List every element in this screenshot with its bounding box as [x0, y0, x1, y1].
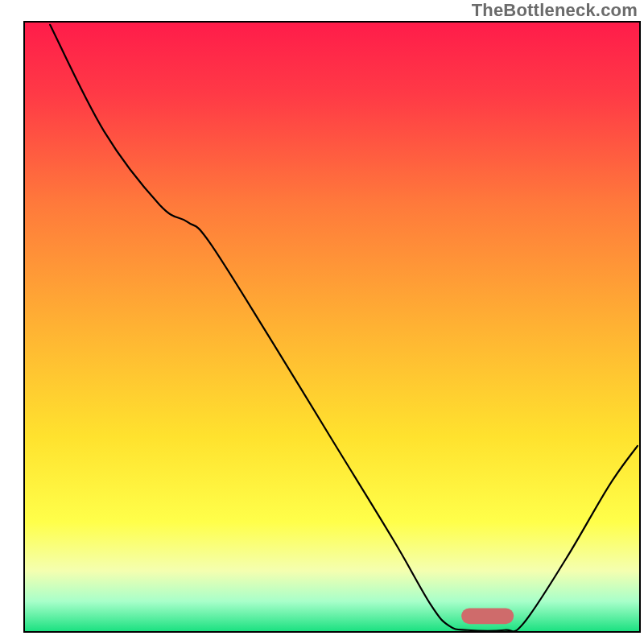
optimal-range-marker	[461, 608, 514, 624]
chart-svg	[0, 0, 644, 644]
bottleneck-chart: TheBottleneck.com	[0, 0, 644, 644]
plot-background	[24, 22, 640, 632]
watermark-label: TheBottleneck.com	[472, 0, 638, 21]
